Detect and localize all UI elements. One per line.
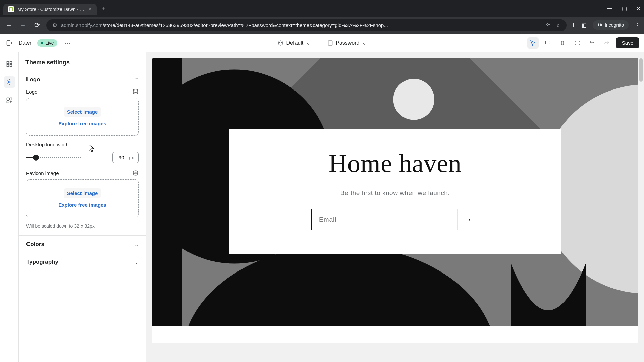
site-settings-icon[interactable]: ⚙	[52, 22, 57, 28]
svg-point-14	[133, 89, 138, 91]
favicon-field-label: Favicon image	[26, 170, 59, 176]
dynamic-source-icon[interactable]	[132, 88, 139, 95]
svg-rect-8	[7, 65, 9, 67]
settings-sidebar: Theme settings Logo ⌃ Logo Select image	[19, 52, 146, 362]
window-controls: — ▢ ✕	[607, 5, 641, 12]
more-actions-button[interactable]: ⋯	[62, 38, 73, 48]
forward-icon[interactable]: →	[18, 21, 28, 29]
editor-topbar: Dawn Live ⋯ Default ⌄ Password ⌄ Save	[0, 34, 644, 52]
section-typography: Typography ⌄	[19, 253, 146, 271]
email-submit-button[interactable]: →	[457, 209, 479, 230]
desktop-view-button[interactable]	[542, 37, 553, 49]
email-input[interactable]	[312, 209, 457, 230]
new-tab-button[interactable]: +	[101, 5, 105, 12]
logo-width-label: Desktop logo width	[26, 142, 139, 147]
email-signup-form: →	[311, 209, 479, 230]
maximize-icon[interactable]: ▢	[622, 5, 627, 12]
minimize-icon[interactable]: —	[607, 5, 612, 12]
theme-settings-rail-button[interactable]	[4, 76, 15, 88]
slider-thumb[interactable]	[33, 155, 39, 161]
explore-logo-images-link[interactable]: Explore free images	[58, 121, 106, 126]
url-text: admin.shopify.com/store/de8143-a6/themes…	[61, 22, 542, 28]
preview-scrollbar[interactable]	[639, 58, 643, 356]
save-button[interactable]: Save	[616, 37, 639, 48]
explore-favicon-images-link[interactable]: Explore free images	[58, 202, 106, 208]
logo-width-slider[interactable]	[26, 157, 107, 158]
svg-rect-6	[7, 62, 9, 64]
chevron-down-icon: ⌄	[134, 259, 139, 265]
section-typography-header[interactable]: Typography ⌄	[19, 253, 146, 271]
bookmark-star-icon[interactable]: ☆	[556, 22, 560, 28]
store-subheading: Be the first to know when we launch.	[243, 189, 548, 197]
svg-point-1	[279, 42, 280, 42]
chevron-down-icon: ⌄	[362, 40, 366, 46]
inspector-mode-button[interactable]	[527, 37, 539, 49]
section-logo: Logo ⌃ Logo Select image Explore free im…	[19, 71, 146, 235]
exit-editor-button[interactable]	[5, 38, 14, 48]
section-logo-header[interactable]: Logo ⌃	[19, 71, 146, 88]
logo-width-input[interactable]: 90 px	[112, 152, 139, 163]
svg-point-0	[278, 41, 283, 45]
scrollbar-thumb[interactable]	[639, 58, 643, 82]
reload-icon[interactable]: ⟳	[32, 21, 42, 29]
browser-address-bar: ← → ⟳ ⚙ admin.shopify.com/store/de8143-a…	[0, 17, 644, 34]
preview-canvas[interactable]: Home haven Be the first to know when we …	[152, 58, 638, 343]
close-tab-icon[interactable]: ✕	[88, 7, 92, 12]
section-colors: Colors ⌄	[19, 235, 146, 253]
favicon-helper-text: Will be scaled down to 32 x 32px	[26, 223, 139, 229]
live-badge: Live	[37, 39, 57, 47]
sections-rail-button[interactable]	[4, 58, 15, 70]
template-dropdown[interactable]: Password ⌄	[324, 38, 370, 48]
url-field[interactable]: ⚙ admin.shopify.com/store/de8143-a6/them…	[46, 19, 567, 31]
store-heading: Home haven	[243, 149, 548, 178]
password-card: Home haven Be the first to know when we …	[229, 129, 561, 254]
svg-rect-3	[328, 41, 332, 45]
select-favicon-image-button[interactable]: Select image	[64, 188, 101, 198]
svg-rect-22	[152, 58, 182, 326]
preview-pane: Home haven Be the first to know when we …	[146, 52, 644, 362]
browser-tab-strip: My Store · Customize Dawn · Sh ✕ + — ▢ ✕	[0, 0, 644, 17]
sidebar-title: Theme settings	[19, 52, 146, 71]
style-dropdown[interactable]: Default ⌄	[274, 38, 314, 48]
browser-tab[interactable]: My Store · Customize Dawn · Sh ✕	[3, 4, 97, 15]
browser-menu-icon[interactable]: ⋮	[635, 22, 640, 28]
back-icon[interactable]: ←	[4, 21, 13, 29]
svg-point-10	[8, 81, 10, 83]
svg-rect-4	[545, 41, 550, 44]
svg-rect-13	[7, 101, 9, 103]
close-window-icon[interactable]: ✕	[636, 5, 641, 12]
svg-rect-5	[561, 41, 564, 45]
theme-name: Dawn	[19, 40, 33, 46]
section-colors-header[interactable]: Colors ⌄	[19, 236, 146, 253]
hero-background: Home haven Be the first to know when we …	[152, 58, 638, 326]
left-rail	[0, 52, 19, 362]
side-panel-icon[interactable]: ◧	[582, 22, 587, 28]
svg-point-19	[393, 79, 434, 120]
palette-icon	[278, 40, 284, 46]
chevron-down-icon: ⌄	[134, 241, 139, 248]
hide-eye-icon[interactable]: 👁	[546, 22, 552, 28]
fullscreen-view-button[interactable]	[572, 37, 583, 49]
downloads-icon[interactable]: ⬇	[571, 22, 576, 28]
shopify-favicon-icon	[8, 6, 14, 12]
select-logo-image-button[interactable]: Select image	[64, 107, 101, 117]
chevron-down-icon: ⌄	[306, 40, 310, 46]
logo-field-label: Logo	[26, 89, 37, 95]
favicon-image-dropzone[interactable]: Select image Explore free images	[26, 179, 139, 217]
page-icon	[327, 40, 333, 46]
incognito-icon: 🕶	[597, 22, 602, 28]
svg-point-15	[133, 171, 138, 172]
svg-rect-12	[9, 98, 12, 100]
apps-rail-button[interactable]	[4, 95, 15, 106]
chevron-up-icon: ⌃	[134, 77, 139, 83]
dynamic-source-icon[interactable]	[132, 170, 139, 176]
mobile-view-button[interactable]	[557, 37, 568, 49]
svg-rect-9	[10, 65, 12, 67]
logo-image-dropzone[interactable]: Select image Explore free images	[26, 98, 139, 136]
incognito-indicator[interactable]: 🕶 Incognito	[593, 20, 629, 30]
redo-button[interactable]	[601, 37, 612, 49]
undo-button[interactable]	[586, 37, 598, 49]
tab-title: My Store · Customize Dawn · Sh	[17, 7, 85, 12]
svg-point-2	[281, 42, 282, 42]
svg-rect-11	[7, 98, 9, 100]
